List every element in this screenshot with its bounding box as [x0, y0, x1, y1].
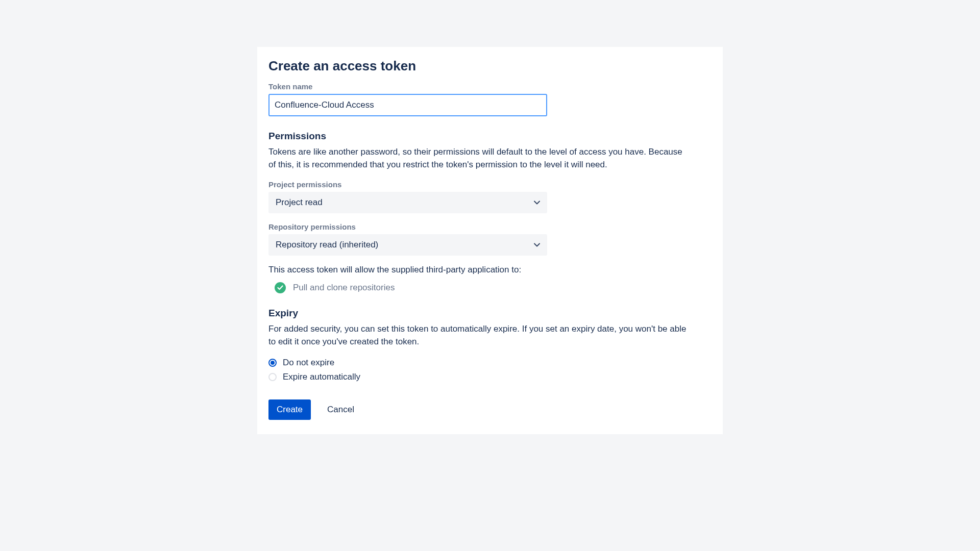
project-permissions-value: Project read — [276, 197, 323, 208]
expiry-heading: Expiry — [268, 308, 712, 319]
allow-intro-text: This access token will allow the supplie… — [268, 265, 712, 275]
button-row: Create Cancel — [268, 399, 712, 420]
create-button[interactable]: Create — [268, 399, 311, 420]
chevron-down-icon — [534, 243, 540, 247]
check-circle-icon — [275, 282, 286, 293]
radio-icon — [268, 373, 277, 381]
repository-permissions-select[interactable]: Repository read (inherited) — [268, 234, 547, 256]
repository-permissions-value: Repository read (inherited) — [276, 240, 378, 250]
radio-expire-automatically[interactable]: Expire automatically — [268, 372, 712, 382]
project-permissions-label: Project permissions — [268, 180, 712, 189]
project-permissions-select[interactable]: Project read — [268, 192, 547, 213]
radio-icon — [268, 359, 277, 367]
token-name-label: Token name — [268, 82, 712, 91]
permissions-description: Tokens are like another password, so the… — [268, 146, 687, 171]
radio-label: Do not expire — [283, 358, 334, 368]
expiry-radio-group: Do not expire Expire automatically — [268, 358, 712, 382]
expiry-description: For added security, you can set this tok… — [268, 323, 687, 348]
allow-list-item: Pull and clone repositories — [275, 282, 712, 293]
cancel-button[interactable]: Cancel — [319, 399, 362, 420]
radio-label: Expire automatically — [283, 372, 360, 382]
permissions-heading: Permissions — [268, 131, 712, 142]
repository-permissions-label: Repository permissions — [268, 222, 712, 231]
create-access-token-panel: Create an access token Token name Permis… — [257, 47, 723, 434]
radio-do-not-expire[interactable]: Do not expire — [268, 358, 712, 368]
chevron-down-icon — [534, 201, 540, 205]
page-title: Create an access token — [268, 58, 712, 74]
token-name-input[interactable] — [268, 94, 547, 116]
allow-item-label: Pull and clone repositories — [293, 283, 395, 293]
